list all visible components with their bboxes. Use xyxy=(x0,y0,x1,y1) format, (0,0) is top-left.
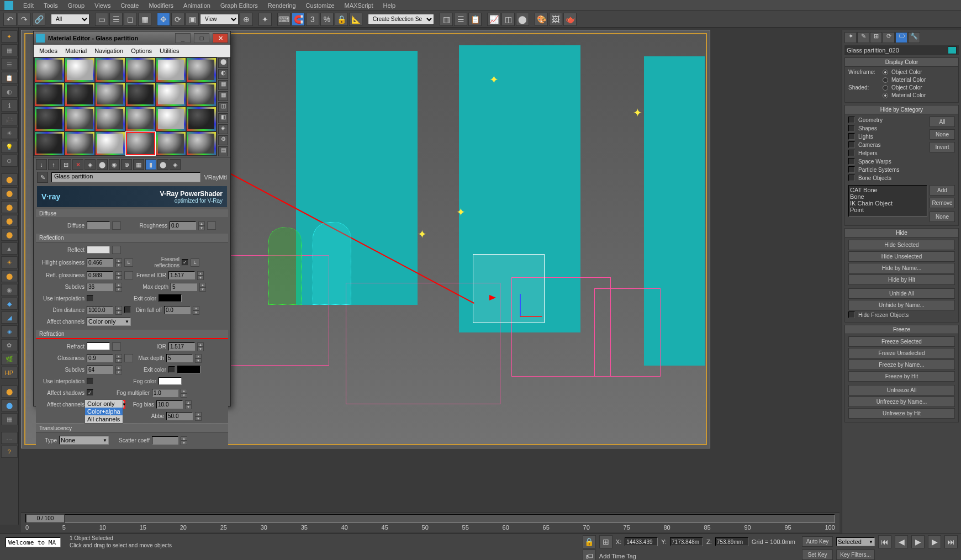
set-key-button[interactable]: Set Key xyxy=(802,550,833,560)
utilities-tab-icon[interactable]: 🔧 xyxy=(908,32,920,43)
scale-button[interactable]: ▣ xyxy=(186,13,199,26)
unfreeze-all-button[interactable]: Unfreeze All xyxy=(848,385,955,395)
left-tool-icon[interactable]: HP xyxy=(1,367,18,379)
fog-color-swatch[interactable] xyxy=(159,377,182,385)
render-button[interactable]: 🫖 xyxy=(563,13,577,26)
me-menu-options[interactable]: Options xyxy=(128,46,155,55)
left-tool-icon[interactable]: ⬤ xyxy=(1,173,18,186)
spinner-up[interactable]: ▲ xyxy=(198,221,205,226)
me-tool-icon[interactable]: ↑ xyxy=(48,159,59,170)
material-slot[interactable] xyxy=(156,83,186,107)
display-tab-icon[interactable]: 🖵 xyxy=(895,32,907,43)
eyedropper-icon[interactable]: ✎ xyxy=(37,172,48,183)
left-tool-icon[interactable]: ☀ xyxy=(1,127,18,139)
object-color-swatch[interactable] xyxy=(948,46,957,54)
timeline-slider[interactable]: 0 / 100 xyxy=(25,514,835,523)
transform-gizmo-icon[interactable] xyxy=(503,294,536,327)
menu-tools[interactable]: Tools xyxy=(39,1,62,10)
spinner-down[interactable]: ▼ xyxy=(115,310,122,315)
menu-group[interactable]: Group xyxy=(64,1,89,10)
hilight-gloss-input[interactable]: 0.466 xyxy=(87,258,113,267)
glossiness-input[interactable]: 0.9 xyxy=(87,354,113,362)
material-slot[interactable] xyxy=(156,132,186,156)
dim-dist-input[interactable]: 1000.0 xyxy=(87,306,113,314)
mirror-button[interactable]: ▥ xyxy=(440,13,453,26)
maxscript-input[interactable] xyxy=(6,537,61,547)
play-start-icon[interactable]: ⏮ xyxy=(878,535,891,548)
exit-color-swatch[interactable] xyxy=(177,366,200,373)
spinner-up[interactable]: ▲ xyxy=(181,436,187,441)
left-tool-icon[interactable]: ⬤ xyxy=(1,187,18,199)
material-slot[interactable] xyxy=(156,58,186,82)
refl-gloss-input[interactable]: 0.989 xyxy=(87,271,113,279)
menu-maxscript[interactable]: MAXScript xyxy=(340,1,378,10)
material-slot[interactable] xyxy=(65,107,94,131)
fresnel-checkbox[interactable] xyxy=(182,259,188,266)
fog-bias-input[interactable]: 10.0 xyxy=(156,400,183,409)
left-tool-icon[interactable]: … xyxy=(1,432,18,444)
material-slot[interactable] xyxy=(35,107,64,131)
me-sidetool-icon[interactable]: ▦ xyxy=(218,91,228,101)
affect-shadows-checkbox[interactable] xyxy=(87,389,93,396)
me-sidetool-icon[interactable]: ▤ xyxy=(218,146,228,156)
material-slot[interactable] xyxy=(126,107,155,131)
shapes-checkbox[interactable] xyxy=(848,125,855,131)
object-name-field[interactable]: Glass partition_020 xyxy=(844,45,959,55)
abs-rel-icon[interactable]: ⊞ xyxy=(599,535,612,548)
left-tool-icon[interactable]: ℹ xyxy=(1,99,18,112)
spinner-up[interactable]: ▲ xyxy=(193,306,199,310)
menu-edit[interactable]: Edit xyxy=(19,1,38,10)
link-button[interactable]: 🔗 xyxy=(32,13,45,26)
particles-checkbox[interactable] xyxy=(848,166,855,173)
play-end-icon[interactable]: ⏭ xyxy=(944,535,958,548)
use-interp-checkbox[interactable] xyxy=(87,378,93,384)
redo-button[interactable]: ↷ xyxy=(18,13,31,26)
unhide-all-button[interactable]: Unhide All xyxy=(848,288,955,299)
material-slot[interactable] xyxy=(126,58,155,82)
key-mode-dropdown[interactable]: Selected▼ xyxy=(836,537,875,546)
me-sidetool-icon[interactable]: ▦ xyxy=(218,80,228,90)
exit-color-checkbox[interactable] xyxy=(168,366,175,373)
me-tool-icon[interactable]: ↓ xyxy=(36,159,47,170)
rotate-button[interactable]: ⟳ xyxy=(171,13,184,26)
ref-coord-dropdown[interactable]: View xyxy=(200,14,239,25)
spinner-down[interactable]: ▼ xyxy=(115,370,122,374)
left-tool-icon[interactable]: ⬤ xyxy=(1,385,18,398)
map-button[interactable] xyxy=(207,221,216,230)
material-slot[interactable] xyxy=(126,83,155,107)
unfreeze-by-hit-button[interactable]: Unfreeze by Hit xyxy=(848,408,955,419)
material-slot[interactable] xyxy=(187,83,216,107)
material-slot[interactable] xyxy=(35,58,64,82)
me-sidetool-icon[interactable]: ◈ xyxy=(218,124,228,134)
unfreeze-by-name-button[interactable]: Unfreeze by Name... xyxy=(848,397,955,407)
left-tool-icon[interactable]: ✿ xyxy=(1,339,18,351)
me-tool-icon[interactable]: ✕ xyxy=(72,159,83,170)
list-item[interactable]: Bone xyxy=(850,193,926,200)
manipulate-button[interactable]: ✦ xyxy=(258,13,272,26)
spinner-down[interactable]: ▼ xyxy=(195,358,202,363)
material-name-input[interactable]: Glass partition xyxy=(51,172,200,182)
spinner-up[interactable]: ▲ xyxy=(115,354,122,358)
keyboard-shortcut-button[interactable]: ⌨ xyxy=(277,13,291,26)
spinner-up[interactable]: ▲ xyxy=(181,389,187,393)
add-time-tag-label[interactable]: Add Time Tag xyxy=(599,553,636,559)
none-button[interactable]: None xyxy=(930,212,955,222)
left-tool-icon[interactable]: ⬤ xyxy=(1,399,18,411)
me-sidetool-icon[interactable]: ◫ xyxy=(218,102,228,112)
rollout-head[interactable]: Hide by Category xyxy=(845,105,958,114)
curve-editor-button[interactable]: 📈 xyxy=(487,13,500,26)
shaded-material-radio[interactable] xyxy=(883,93,888,98)
map-button[interactable] xyxy=(112,221,121,230)
material-slot[interactable] xyxy=(65,58,94,82)
rect-select-button[interactable]: ◻ xyxy=(124,13,137,26)
menu-animation[interactable]: Animation xyxy=(179,1,215,10)
all-button[interactable]: All xyxy=(930,117,955,127)
lock-button[interactable]: L xyxy=(124,258,133,267)
z-input[interactable] xyxy=(715,537,748,546)
align-button[interactable]: ☰ xyxy=(454,13,467,26)
category-list[interactable]: CAT Bone Bone IK Chain Object Point xyxy=(848,185,927,217)
left-tool-icon[interactable]: ◐ xyxy=(1,86,18,98)
me-tool-icon[interactable]: ▮ xyxy=(145,159,156,170)
window-titlebar[interactable]: Material Editor - Glass partition _ □ ✕ xyxy=(34,31,230,45)
spinner-up[interactable]: ▲ xyxy=(115,366,122,370)
